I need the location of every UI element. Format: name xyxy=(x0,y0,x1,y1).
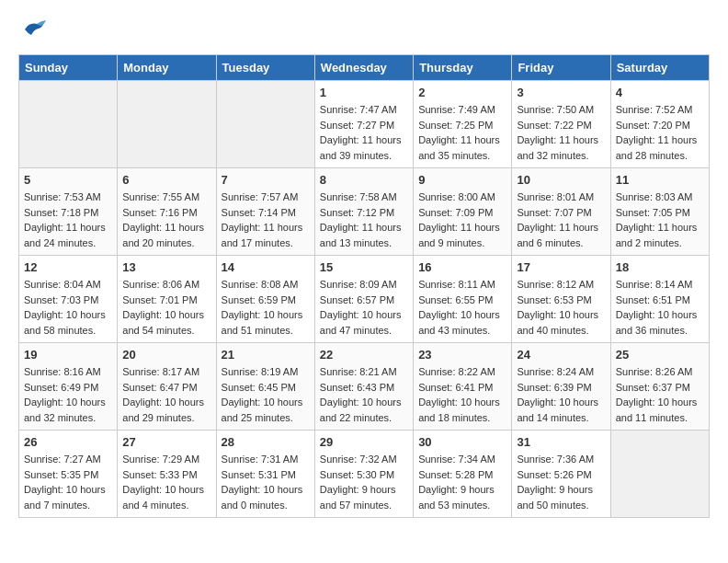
calendar-cell: 1Sunrise: 7:47 AMSunset: 7:27 PMDaylight… xyxy=(314,81,413,168)
day-number: 23 xyxy=(418,348,506,362)
day-info: Sunrise: 8:08 AMSunset: 6:59 PMDaylight:… xyxy=(222,277,310,338)
day-number: 4 xyxy=(616,86,704,99)
calendar-cell: 21Sunrise: 8:19 AMSunset: 6:45 PMDayligh… xyxy=(216,343,314,431)
day-number: 8 xyxy=(320,173,408,187)
day-number: 15 xyxy=(320,260,408,274)
day-info: Sunrise: 7:27 AMSunset: 5:35 PMDaylight:… xyxy=(24,452,112,512)
header-monday: Monday xyxy=(118,55,216,81)
page-header xyxy=(18,18,710,45)
day-number: 24 xyxy=(517,348,605,362)
calendar-cell: 9Sunrise: 8:00 AMSunset: 7:09 PMDaylight… xyxy=(414,168,512,256)
day-info: Sunrise: 8:17 AMSunset: 6:47 PMDaylight:… xyxy=(122,364,210,425)
calendar-cell: 15Sunrise: 8:09 AMSunset: 6:57 PMDayligh… xyxy=(314,256,413,343)
calendar-cell: 19Sunrise: 8:16 AMSunset: 6:49 PMDayligh… xyxy=(19,343,118,431)
header-wednesday: Wednesday xyxy=(314,55,413,81)
calendar-cell: 3Sunrise: 7:50 AMSunset: 7:22 PMDaylight… xyxy=(512,81,610,168)
day-number: 1 xyxy=(320,86,408,99)
day-info: Sunrise: 8:03 AMSunset: 7:05 PMDaylight:… xyxy=(616,190,704,250)
calendar-cell: 4Sunrise: 7:52 AMSunset: 7:20 PMDaylight… xyxy=(610,81,709,168)
calendar-cell: 26Sunrise: 7:27 AMSunset: 5:35 PMDayligh… xyxy=(19,431,118,518)
day-info: Sunrise: 8:09 AMSunset: 6:57 PMDaylight:… xyxy=(320,277,408,338)
calendar-week-2: 5Sunrise: 7:53 AMSunset: 7:18 PMDaylight… xyxy=(19,168,710,256)
calendar-cell: 16Sunrise: 8:11 AMSunset: 6:55 PMDayligh… xyxy=(414,256,512,343)
day-info: Sunrise: 7:47 AMSunset: 7:27 PMDaylight:… xyxy=(320,102,408,163)
calendar-cell xyxy=(118,81,216,168)
day-number: 30 xyxy=(418,435,506,449)
day-info: Sunrise: 7:57 AMSunset: 7:14 PMDaylight:… xyxy=(222,190,310,250)
calendar-cell: 30Sunrise: 7:34 AMSunset: 5:28 PMDayligh… xyxy=(414,431,512,518)
calendar-cell: 6Sunrise: 7:55 AMSunset: 7:16 PMDaylight… xyxy=(118,168,216,256)
calendar-cell: 2Sunrise: 7:49 AMSunset: 7:25 PMDaylight… xyxy=(414,81,512,168)
calendar-header-row: SundayMondayTuesdayWednesdayThursdayFrid… xyxy=(19,55,710,81)
day-info: Sunrise: 8:16 AMSunset: 6:49 PMDaylight:… xyxy=(24,364,112,425)
day-number: 17 xyxy=(517,260,605,274)
day-info: Sunrise: 8:11 AMSunset: 6:55 PMDaylight:… xyxy=(418,277,506,338)
calendar-cell: 5Sunrise: 7:53 AMSunset: 7:18 PMDaylight… xyxy=(19,168,118,256)
header-friday: Friday xyxy=(512,55,610,81)
day-number: 18 xyxy=(616,260,704,274)
day-info: Sunrise: 7:34 AMSunset: 5:28 PMDaylight:… xyxy=(418,452,506,512)
day-number: 29 xyxy=(320,435,408,449)
header-saturday: Saturday xyxy=(610,55,709,81)
day-number: 16 xyxy=(418,260,506,274)
calendar-week-1: 1Sunrise: 7:47 AMSunset: 7:27 PMDaylight… xyxy=(19,81,710,168)
calendar-cell xyxy=(216,81,314,168)
calendar-cell: 13Sunrise: 8:06 AMSunset: 7:01 PMDayligh… xyxy=(118,256,216,343)
day-number: 27 xyxy=(122,435,210,449)
calendar-cell: 28Sunrise: 7:31 AMSunset: 5:31 PMDayligh… xyxy=(216,431,314,518)
calendar-cell: 18Sunrise: 8:14 AMSunset: 6:51 PMDayligh… xyxy=(610,256,709,343)
logo-bird-icon xyxy=(20,18,48,40)
day-number: 5 xyxy=(24,173,112,187)
day-number: 11 xyxy=(616,173,704,187)
day-number: 12 xyxy=(24,260,112,274)
day-info: Sunrise: 8:12 AMSunset: 6:53 PMDaylight:… xyxy=(517,277,605,338)
calendar-cell: 29Sunrise: 7:32 AMSunset: 5:30 PMDayligh… xyxy=(314,431,413,518)
day-info: Sunrise: 8:19 AMSunset: 6:45 PMDaylight:… xyxy=(222,364,310,425)
calendar-cell: 20Sunrise: 8:17 AMSunset: 6:47 PMDayligh… xyxy=(118,343,216,431)
calendar-cell: 27Sunrise: 7:29 AMSunset: 5:33 PMDayligh… xyxy=(118,431,216,518)
day-info: Sunrise: 7:55 AMSunset: 7:16 PMDaylight:… xyxy=(122,190,210,250)
day-info: Sunrise: 7:31 AMSunset: 5:31 PMDaylight:… xyxy=(222,452,310,512)
day-number: 7 xyxy=(222,173,310,187)
day-number: 20 xyxy=(122,348,210,362)
day-info: Sunrise: 8:22 AMSunset: 6:41 PMDaylight:… xyxy=(418,364,506,425)
calendar-cell: 7Sunrise: 7:57 AMSunset: 7:14 PMDaylight… xyxy=(216,168,314,256)
day-info: Sunrise: 7:52 AMSunset: 7:20 PMDaylight:… xyxy=(616,102,704,163)
day-info: Sunrise: 7:36 AMSunset: 5:26 PMDaylight:… xyxy=(517,452,605,512)
calendar-cell: 22Sunrise: 8:21 AMSunset: 6:43 PMDayligh… xyxy=(314,343,413,431)
day-number: 22 xyxy=(320,348,408,362)
header-tuesday: Tuesday xyxy=(216,55,314,81)
calendar-cell: 8Sunrise: 7:58 AMSunset: 7:12 PMDaylight… xyxy=(314,168,413,256)
day-info: Sunrise: 7:29 AMSunset: 5:33 PMDaylight:… xyxy=(122,452,210,512)
day-info: Sunrise: 8:04 AMSunset: 7:03 PMDaylight:… xyxy=(24,277,112,338)
header-thursday: Thursday xyxy=(414,55,512,81)
calendar-cell: 23Sunrise: 8:22 AMSunset: 6:41 PMDayligh… xyxy=(414,343,512,431)
calendar-cell: 11Sunrise: 8:03 AMSunset: 7:05 PMDayligh… xyxy=(610,168,709,256)
day-info: Sunrise: 7:53 AMSunset: 7:18 PMDaylight:… xyxy=(24,190,112,250)
calendar-cell: 10Sunrise: 8:01 AMSunset: 7:07 PMDayligh… xyxy=(512,168,610,256)
day-info: Sunrise: 7:49 AMSunset: 7:25 PMDaylight:… xyxy=(418,102,506,163)
day-number: 21 xyxy=(222,348,310,362)
calendar-cell: 31Sunrise: 7:36 AMSunset: 5:26 PMDayligh… xyxy=(512,431,610,518)
day-info: Sunrise: 8:21 AMSunset: 6:43 PMDaylight:… xyxy=(320,364,408,425)
day-info: Sunrise: 8:00 AMSunset: 7:09 PMDaylight:… xyxy=(418,190,506,250)
day-info: Sunrise: 7:50 AMSunset: 7:22 PMDaylight:… xyxy=(517,102,605,163)
calendar-cell xyxy=(19,81,118,168)
day-info: Sunrise: 8:01 AMSunset: 7:07 PMDaylight:… xyxy=(517,190,605,250)
calendar-week-3: 12Sunrise: 8:04 AMSunset: 7:03 PMDayligh… xyxy=(19,256,710,343)
day-number: 31 xyxy=(517,435,605,449)
day-number: 26 xyxy=(24,435,112,449)
calendar-week-5: 26Sunrise: 7:27 AMSunset: 5:35 PMDayligh… xyxy=(19,431,710,518)
calendar-cell: 25Sunrise: 8:26 AMSunset: 6:37 PMDayligh… xyxy=(610,343,709,431)
calendar-cell: 17Sunrise: 8:12 AMSunset: 6:53 PMDayligh… xyxy=(512,256,610,343)
calendar-week-4: 19Sunrise: 8:16 AMSunset: 6:49 PMDayligh… xyxy=(19,343,710,431)
day-number: 10 xyxy=(517,173,605,187)
day-info: Sunrise: 8:14 AMSunset: 6:51 PMDaylight:… xyxy=(616,277,704,338)
calendar-cell: 24Sunrise: 8:24 AMSunset: 6:39 PMDayligh… xyxy=(512,343,610,431)
day-number: 14 xyxy=(222,260,310,274)
calendar-cell xyxy=(610,431,709,518)
logo xyxy=(18,18,48,45)
day-number: 3 xyxy=(517,86,605,99)
day-number: 28 xyxy=(222,435,310,449)
day-number: 13 xyxy=(122,260,210,274)
